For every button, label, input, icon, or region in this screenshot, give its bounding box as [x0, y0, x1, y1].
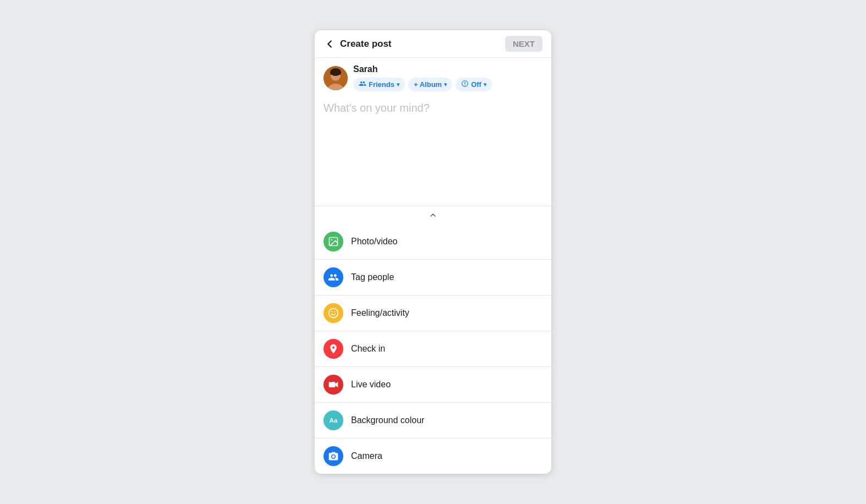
off-chevron-icon: ▾: [484, 81, 486, 87]
svg-point-7: [329, 309, 338, 318]
controls-row: Friends ▾ + Album ▾ Off: [353, 78, 492, 91]
svg-rect-4: [330, 70, 341, 75]
tag-people-label: Tag people: [351, 272, 394, 282]
menu-list: Photo/video Tag people Feeling/activi: [315, 224, 551, 474]
off-button[interactable]: Off ▾: [456, 78, 492, 91]
modal-header: Create post NEXT: [315, 30, 551, 58]
post-text-area[interactable]: What's on your mind?: [315, 96, 551, 206]
svg-rect-10: [329, 382, 336, 387]
friends-label: Friends: [369, 80, 394, 89]
photo-video-label: Photo/video: [351, 237, 398, 246]
user-section: Sarah Friends ▾ + Album ▾: [315, 58, 551, 96]
album-button[interactable]: + Album ▾: [408, 78, 452, 91]
live-video-icon: [324, 375, 343, 395]
album-chevron-icon: ▾: [444, 81, 447, 87]
svg-point-6: [331, 239, 333, 241]
back-button[interactable]: [324, 38, 336, 50]
friends-icon: [359, 80, 366, 89]
post-placeholder: What's on your mind?: [324, 102, 430, 114]
menu-item-background-colour[interactable]: Aa Background colour: [315, 403, 551, 439]
feeling-label: Feeling/activity: [351, 308, 409, 318]
menu-item-live-video[interactable]: Live video: [315, 367, 551, 403]
menu-item-photo-video[interactable]: Photo/video: [315, 224, 551, 260]
camera-icon: [324, 446, 343, 466]
svg-point-14: [332, 455, 335, 458]
live-video-label: Live video: [351, 380, 391, 390]
check-in-label: Check in: [351, 344, 385, 354]
off-icon: [461, 80, 469, 89]
user-name: Sarah: [353, 64, 492, 74]
svg-text:Aa: Aa: [330, 417, 338, 424]
feeling-icon: [324, 303, 343, 323]
user-row: Sarah Friends ▾ + Album ▾: [324, 64, 542, 91]
menu-item-check-in[interactable]: Check in: [315, 331, 551, 367]
avatar: [324, 66, 348, 90]
off-label: Off: [471, 80, 481, 89]
svg-point-12: [330, 381, 332, 382]
friends-chevron-icon: ▾: [397, 81, 399, 87]
svg-marker-11: [335, 382, 338, 387]
friends-button[interactable]: Friends ▾: [353, 78, 405, 91]
photo-video-icon: [324, 232, 343, 251]
background-colour-icon: Aa: [324, 410, 343, 430]
header-left: Create post: [324, 38, 392, 50]
menu-item-camera[interactable]: Camera: [315, 439, 551, 474]
user-info: Sarah Friends ▾ + Album ▾: [353, 64, 492, 91]
camera-label: Camera: [351, 451, 382, 461]
menu-item-feeling[interactable]: Feeling/activity: [315, 295, 551, 331]
modal-title: Create post: [340, 39, 392, 50]
menu-item-tag-people[interactable]: Tag people: [315, 260, 551, 295]
tag-people-icon: [324, 267, 343, 287]
album-label: + Album: [414, 80, 442, 89]
collapse-button[interactable]: [315, 206, 551, 224]
background-colour-label: Background colour: [351, 415, 424, 425]
create-post-modal: Create post NEXT Sarah: [315, 30, 551, 474]
check-in-icon: [324, 339, 343, 359]
next-button[interactable]: NEXT: [505, 36, 542, 52]
